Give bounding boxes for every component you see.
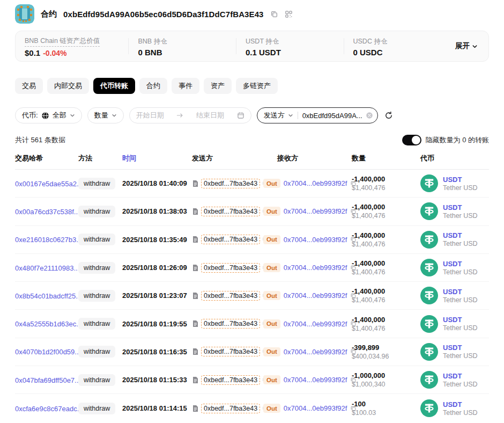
token-symbol-link[interactable]: USDT bbox=[443, 400, 478, 409]
tab-4[interactable]: 事件 bbox=[172, 78, 199, 94]
tx-hash-link[interactable]: 0x480f7e21110983... bbox=[15, 264, 79, 272]
tab-6[interactable]: 多链资产 bbox=[236, 78, 278, 94]
sender-address[interactable]: 0xbedf...7fba3e43 bbox=[201, 207, 260, 216]
direction-out-badge: Out bbox=[263, 347, 280, 356]
tx-hash-link[interactable]: 0x4070b1d2f00d59... bbox=[15, 348, 80, 356]
tx-hash-link[interactable]: 0x4a52555b1d63ec... bbox=[15, 320, 82, 328]
receiver-address[interactable]: 0x7004...0eb993f92f bbox=[284, 179, 347, 187]
col-method: 方法 bbox=[78, 154, 122, 163]
tab-5[interactable]: 资产 bbox=[204, 78, 232, 94]
sender-filter-label: 发送方 bbox=[264, 111, 285, 120]
direction-out-badge: Out bbox=[263, 207, 280, 216]
table-row: 0x8b54c01badcff25... withdraw 2025/10/18… bbox=[15, 282, 489, 310]
contract-file-icon bbox=[192, 264, 199, 272]
arrow-right-icon bbox=[176, 113, 183, 118]
sender-address[interactable]: 0xbedf...7fba3e43 bbox=[201, 404, 260, 413]
sender-filter[interactable]: 发送方 0xbEdfd95dA99A... bbox=[257, 107, 378, 123]
sender-address[interactable]: 0xbedf...7fba3e43 bbox=[201, 347, 260, 356]
usdt-token-icon bbox=[420, 174, 438, 192]
token-symbol-link[interactable]: USDT bbox=[443, 231, 478, 239]
receiver-address[interactable]: 0x7004...0eb993f92f bbox=[284, 320, 347, 328]
clear-filter-icon[interactable] bbox=[366, 112, 373, 119]
method-badge: withdraw bbox=[78, 346, 115, 358]
sender-address[interactable]: 0xbedf...7fba3e43 bbox=[201, 179, 260, 188]
token-symbol-link[interactable]: USDT bbox=[443, 316, 478, 324]
token-symbol-link[interactable]: USDT bbox=[443, 344, 478, 352]
token-name: Tether USD bbox=[443, 296, 478, 304]
usd-value: $1,400,476 bbox=[352, 296, 420, 304]
start-date-placeholder: 开始日期 bbox=[136, 111, 164, 120]
receiver-address[interactable]: 0x7004...0eb993f92f bbox=[284, 376, 347, 384]
token-filter[interactable]: 代币: 全部 bbox=[15, 107, 82, 123]
col-time[interactable]: 时间 bbox=[122, 154, 192, 163]
token-symbol-link[interactable]: USDT bbox=[443, 372, 478, 380]
token-name: Tether USD bbox=[443, 324, 478, 332]
total-count-text: 共计 561 条数据 bbox=[15, 135, 65, 145]
toggle-knob bbox=[412, 136, 420, 144]
sender-address[interactable]: 0xbedf...7fba3e43 bbox=[201, 319, 260, 329]
receiver-address[interactable]: 0x7004...0eb993f92f bbox=[284, 348, 347, 356]
sender-address[interactable]: 0xbedf...7fba3e43 bbox=[201, 235, 260, 244]
token-symbol-link[interactable]: USDT bbox=[443, 203, 478, 212]
token-amount: -100 bbox=[352, 400, 420, 408]
receiver-address[interactable]: 0x7004...0eb993f92f bbox=[284, 291, 347, 300]
copy-address-icon[interactable] bbox=[270, 10, 278, 18]
hide-zero-toggle[interactable] bbox=[402, 135, 421, 145]
token-amount: -1,400,000 bbox=[352, 287, 420, 295]
expand-button[interactable]: 展开 bbox=[455, 41, 478, 51]
sender-address[interactable]: 0xbedf...7fba3e43 bbox=[201, 263, 260, 273]
all-tokens-icon bbox=[41, 112, 49, 120]
tx-time: 2025/10/18 01:15:33 bbox=[122, 376, 192, 384]
sender-address[interactable]: 0xbedf...7fba3e43 bbox=[201, 291, 260, 301]
stat-change-percent: -0.04% bbox=[43, 49, 66, 57]
table-row: 0x047bfa69dff50e7... withdraw 2025/10/18… bbox=[15, 366, 489, 394]
stat-usdc-holding: USDC 持仓 0 USDC bbox=[344, 36, 451, 57]
qr-code-icon[interactable] bbox=[285, 10, 293, 18]
stat-bnb-label: BNB 持仓 bbox=[138, 38, 167, 45]
token-amount: -1,400,000 bbox=[352, 231, 420, 239]
tx-hash-link[interactable]: 0xe216018c0627b3... bbox=[15, 236, 82, 244]
usd-value: $100.03 bbox=[352, 409, 420, 417]
refresh-icon[interactable] bbox=[384, 111, 393, 120]
tx-time: 2025/10/18 01:35:49 bbox=[122, 236, 192, 244]
address-header: 合约 0xbEdfd95dA99A06b5ec06d5D6Da3f1DdC7fB… bbox=[15, 4, 489, 24]
tab-3[interactable]: 合约 bbox=[139, 78, 167, 94]
token-amount: -399,899 bbox=[352, 344, 420, 352]
tx-hash-link[interactable]: 0x00167e5dae55a2... bbox=[15, 180, 83, 188]
date-range-input[interactable]: 开始日期 结束日期 bbox=[129, 107, 251, 123]
direction-out-badge: Out bbox=[263, 291, 280, 300]
table-header: 交易哈希 方法 时间 发送方 接收方 数量 代币 bbox=[15, 154, 489, 170]
tab-2[interactable]: 代币转账 bbox=[93, 78, 135, 94]
token-symbol-link[interactable]: USDT bbox=[443, 288, 478, 296]
token-filter-value: 全部 bbox=[53, 111, 66, 120]
tx-hash-link[interactable]: 0xcfa6e9c8c67eadc... bbox=[15, 405, 83, 413]
receiver-address[interactable]: 0x7004...0eb993f92f bbox=[284, 404, 347, 412]
token-symbol-link[interactable]: USDT bbox=[443, 176, 478, 184]
amount-filter[interactable]: 数量 bbox=[87, 107, 124, 123]
tab-1[interactable]: 内部交易 bbox=[47, 78, 89, 94]
stat-usdt-label: USDT 持仓 bbox=[246, 38, 279, 45]
direction-out-badge: Out bbox=[263, 375, 280, 384]
method-badge: withdraw bbox=[78, 234, 115, 245]
receiver-address[interactable]: 0x7004...0eb993f92f bbox=[284, 236, 347, 244]
token-filter-label: 代币: bbox=[22, 111, 38, 120]
tx-hash-link[interactable]: 0x8b54c01badcff25... bbox=[15, 292, 81, 300]
tx-hash-link[interactable]: 0x00a76cd37c538f... bbox=[15, 208, 80, 216]
token-name: Tether USD bbox=[443, 240, 478, 247]
hide-zero-label: 隐藏数量为 0 的转账 bbox=[426, 135, 489, 145]
sender-address[interactable]: 0xbedf...7fba3e43 bbox=[201, 375, 260, 385]
expand-label: 展开 bbox=[455, 41, 470, 51]
tx-time: 2025/10/18 01:38:03 bbox=[122, 207, 192, 215]
tx-hash-link[interactable]: 0x047bfa69dff50e7... bbox=[15, 376, 80, 384]
usd-value: $1,400,476 bbox=[352, 212, 420, 220]
method-badge: withdraw bbox=[78, 403, 115, 414]
token-symbol-link[interactable]: USDT bbox=[443, 260, 478, 268]
sender-filter-value: 0xbEdfd95dA99A... bbox=[302, 112, 362, 120]
receiver-address[interactable]: 0x7004...0eb993f92f bbox=[284, 207, 347, 215]
tab-0[interactable]: 交易 bbox=[15, 78, 43, 94]
amount-filter-label: 数量 bbox=[94, 111, 108, 120]
contract-file-icon bbox=[192, 376, 199, 384]
usdt-token-icon bbox=[420, 231, 438, 249]
receiver-address[interactable]: 0x7004...0eb993f92f bbox=[284, 264, 347, 272]
section-tabs: 交易内部交易代币转账合约事件资产多链资产 bbox=[15, 78, 489, 94]
